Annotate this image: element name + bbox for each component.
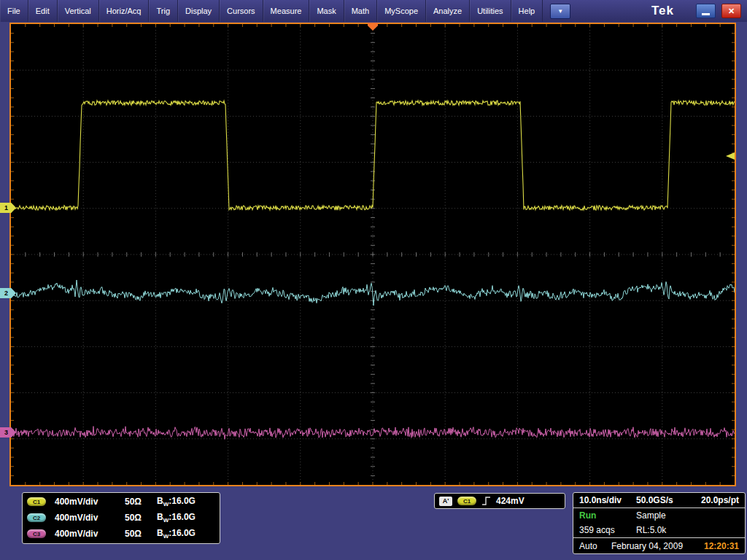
minimize-button[interactable] bbox=[696, 4, 716, 18]
record-length: RL:5.0k bbox=[636, 525, 666, 535]
run-status: Run bbox=[579, 510, 636, 521]
menu-file[interactable]: File bbox=[0, 0, 28, 22]
graticule-grid bbox=[11, 24, 735, 485]
ch2-badge: C2 bbox=[27, 513, 46, 522]
ch2-readout-row[interactable]: C2 400mV/div 50Ω BW:16.0G bbox=[23, 510, 220, 526]
menu-analyze[interactable]: Analyze bbox=[426, 0, 470, 22]
ch3-readout-row[interactable]: C3 400mV/div 50Ω BW:16.0G bbox=[23, 526, 220, 542]
menu-mask[interactable]: Mask bbox=[309, 0, 344, 22]
ch3-bandwidth: BW:16.0G bbox=[157, 528, 220, 540]
ch1-scale: 400mV/div bbox=[55, 497, 125, 507]
rising-edge-icon bbox=[481, 496, 491, 506]
waveform-display bbox=[9, 23, 736, 486]
ch3-impedance: 50Ω bbox=[125, 529, 157, 539]
acq-state-row: Run Sample bbox=[573, 508, 745, 523]
ch2-scale: 400mV/div bbox=[55, 513, 125, 523]
menu-horiz-acq[interactable]: Horiz/Acq bbox=[99, 0, 150, 22]
menu-dropdown-button[interactable]: ▼ bbox=[550, 4, 570, 19]
aux-trigger-badge: A' bbox=[439, 497, 452, 506]
ch1-impedance: 50Ω bbox=[125, 497, 157, 507]
ch2-bandwidth: BW:16.0G bbox=[157, 512, 220, 524]
menu-display[interactable]: Display bbox=[178, 0, 220, 22]
date-value: February 04, 2009 bbox=[611, 541, 683, 551]
trigger-level-value: 424mV bbox=[496, 496, 525, 506]
graticule-svg bbox=[11, 24, 735, 485]
trigger-source-badge: C1 bbox=[457, 497, 476, 505]
channel-readout-panel: C1 400mV/div 50Ω BW:16.0G C2 400mV/div 5… bbox=[22, 492, 220, 544]
close-button[interactable]: ✕ bbox=[721, 4, 741, 18]
datetime-row: Auto February 04, 2009 12:20:31 bbox=[573, 537, 745, 553]
acq-count-row: 359 acqs RL:5.0k bbox=[573, 523, 745, 537]
time-value: 12:20:31 bbox=[704, 541, 739, 551]
trigger-readout-panel[interactable]: A' C1 424mV bbox=[434, 493, 565, 509]
acq-mode: Sample bbox=[636, 510, 666, 521]
acq-count: 359 acqs bbox=[579, 525, 636, 535]
menu-utilities[interactable]: Utilities bbox=[470, 0, 511, 22]
ch3-badge: C3 bbox=[27, 529, 46, 538]
minimize-icon bbox=[702, 13, 710, 15]
ch2-impedance: 50Ω bbox=[125, 513, 157, 523]
ch1-badge: C1 bbox=[27, 497, 46, 506]
menu-math[interactable]: Math bbox=[344, 0, 377, 22]
sample-rate-value: 50.0GS/s bbox=[636, 495, 673, 505]
horizontal-acq-panel[interactable]: 10.0ns/div 50.0GS/s 20.0ps/pt Run Sample… bbox=[573, 492, 746, 554]
ch3-scale: 400mV/div bbox=[55, 529, 125, 539]
timebase-row: 10.0ns/div 50.0GS/s 20.0ps/pt bbox=[573, 493, 745, 508]
menu-edit[interactable]: Edit bbox=[28, 0, 58, 22]
menu-trig[interactable]: Trig bbox=[149, 0, 178, 22]
oscilloscope-app: { "menu": { "items": ["File","Edit","Ver… bbox=[0, 0, 747, 560]
ch1-readout-row[interactable]: C1 400mV/div 50Ω BW:16.0G bbox=[23, 494, 220, 510]
timebase-value: 10.0ns/div bbox=[579, 495, 636, 505]
menu-help[interactable]: Help bbox=[511, 0, 543, 22]
titlebar-right-cluster: Tek ✕ bbox=[651, 0, 747, 22]
menu-cursors[interactable]: Cursors bbox=[220, 0, 263, 22]
ch1-bandwidth: BW:16.0G bbox=[157, 496, 220, 508]
menu-bar: File Edit Vertical Horiz/Acq Trig Displa… bbox=[0, 0, 747, 22]
menu-myscope[interactable]: MyScope bbox=[377, 0, 426, 22]
menu-vertical[interactable]: Vertical bbox=[58, 0, 99, 22]
trigger-mode: Auto bbox=[579, 541, 611, 551]
menu-measure[interactable]: Measure bbox=[263, 0, 310, 22]
tek-logo: Tek bbox=[651, 4, 674, 18]
resolution-value: 20.0ps/pt bbox=[701, 495, 739, 505]
